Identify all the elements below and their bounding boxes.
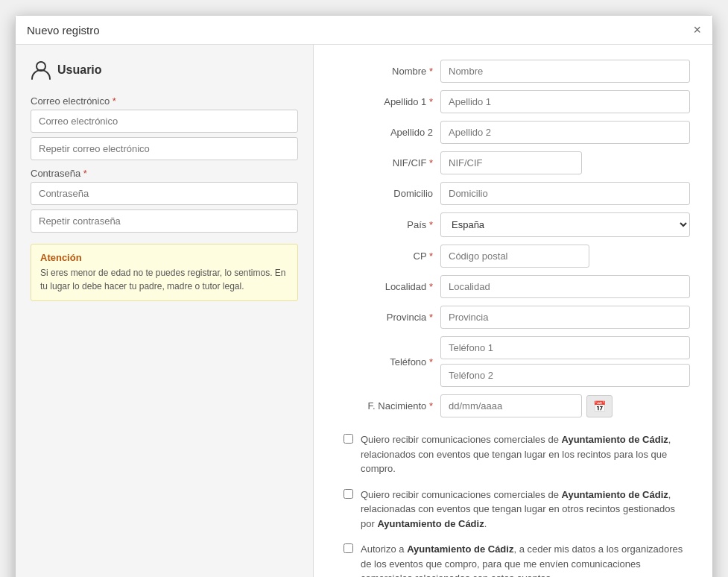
modal-title: Nuevo registro <box>27 24 100 37</box>
telefono2-input[interactable] <box>440 364 690 387</box>
email-input[interactable] <box>31 110 298 133</box>
email-field-group: Correo electrónico * <box>31 95 298 160</box>
pais-select[interactable]: España Francia Portugal Alemania <box>440 212 690 237</box>
alert-box: Atención Si eres menor de edad no te pue… <box>31 244 298 301</box>
domicilio-input[interactable] <box>440 182 690 205</box>
domicilio-label: Domicilio <box>336 188 433 199</box>
checkbox-2-label: Quiero recibir comunicaciones comerciale… <box>361 488 690 532</box>
fnacimiento-input[interactable] <box>440 394 582 417</box>
phone-group <box>440 336 690 387</box>
close-button[interactable]: × <box>693 23 701 37</box>
telefono-row: Teléfono * <box>336 336 690 387</box>
provincia-label: Provincia * <box>336 312 433 323</box>
email-label: Correo electrónico * <box>31 95 298 107</box>
nombre-label: Nombre * <box>336 66 433 77</box>
apellido1-label: Apellido 1 * <box>336 96 433 107</box>
nombre-row: Nombre * <box>336 60 690 83</box>
localidad-input[interactable] <box>440 275 690 298</box>
nombre-input[interactable] <box>440 60 690 83</box>
provincia-input[interactable] <box>440 306 690 329</box>
modal-header: Nuevo registro × <box>16 16 712 45</box>
fnacimiento-label: F. Nacimiento * <box>336 400 433 412</box>
alert-text: Si eres menor de edad no te puedes regis… <box>40 266 288 293</box>
apellido1-row: Apellido 1 * <box>336 90 690 113</box>
pais-label: País * <box>336 219 433 230</box>
apellido2-input[interactable] <box>440 121 690 144</box>
provincia-row: Provincia * <box>336 306 690 329</box>
user-icon <box>31 60 51 81</box>
checkbox-2[interactable] <box>344 489 353 499</box>
date-group: 📅 <box>440 394 613 417</box>
telefono-label: Teléfono * <box>336 356 433 368</box>
checkbox-row-3: Autorizo a Ayuntamiento de Cádiz, a cede… <box>344 542 690 577</box>
nifcif-input[interactable] <box>440 151 582 174</box>
modal-body: Usuario Correo electrónico * Contraseña … <box>16 45 712 577</box>
apellido1-input[interactable] <box>440 90 690 113</box>
checkbox-section: Quiero recibir comunicaciones comerciale… <box>336 432 690 577</box>
password-label: Contraseña * <box>31 168 298 179</box>
localidad-row: Localidad * <box>336 275 690 298</box>
password-repeat-input[interactable] <box>31 209 298 233</box>
section-title-text: Usuario <box>57 63 102 77</box>
localidad-label: Localidad * <box>336 281 433 292</box>
section-title: Usuario <box>31 60 298 81</box>
nifcif-label: NIF/CIF * <box>336 157 433 168</box>
checkbox-row-2: Quiero recibir comunicaciones comerciale… <box>344 488 690 532</box>
apellido2-label: Apellido 2 <box>336 127 433 138</box>
email-repeat-input[interactable] <box>31 137 298 160</box>
checkbox-3[interactable] <box>344 543 353 553</box>
left-panel: Usuario Correo electrónico * Contraseña … <box>16 45 314 577</box>
cp-label: CP * <box>336 250 433 262</box>
password-input[interactable] <box>31 182 298 205</box>
fnacimiento-row: F. Nacimiento * 📅 <box>336 394 690 417</box>
checkbox-row-1: Quiero recibir comunicaciones comerciale… <box>344 432 690 476</box>
nifcif-row: NIF/CIF * <box>336 151 690 174</box>
alert-title: Atención <box>40 252 288 263</box>
modal-container: Nuevo registro × Usuario Correo electrón… <box>15 15 713 577</box>
checkbox-3-label: Autorizo a Ayuntamiento de Cádiz, a cede… <box>361 542 690 577</box>
pais-row: País * España Francia Portugal Alemania <box>336 212 690 237</box>
checkbox-1[interactable] <box>344 434 353 444</box>
cp-row: CP * <box>336 245 690 268</box>
apellido2-row: Apellido 2 <box>336 121 690 144</box>
right-panel: Nombre * Apellido 1 * Apellido 2 NIF/CIF… <box>314 45 712 577</box>
password-field-group: Contraseña * <box>31 168 298 233</box>
checkbox-1-label: Quiero recibir comunicaciones comerciale… <box>361 432 690 476</box>
calendar-button[interactable]: 📅 <box>586 395 613 417</box>
cp-input[interactable] <box>440 245 589 268</box>
telefono1-input[interactable] <box>440 336 690 359</box>
domicilio-row: Domicilio <box>336 182 690 205</box>
